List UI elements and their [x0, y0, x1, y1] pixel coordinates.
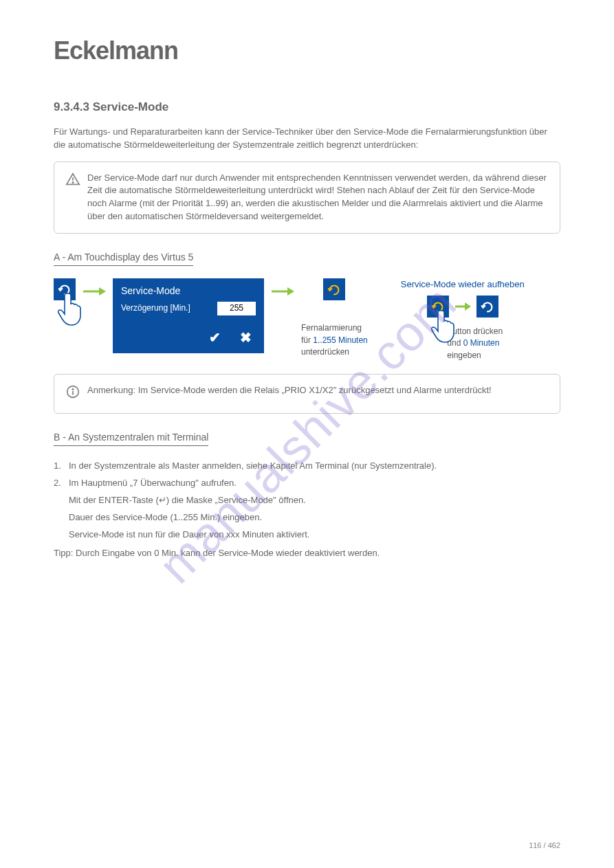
section-heading: 9.3.4.3 Service-Mode: [54, 99, 560, 116]
hand-pointer-icon: [56, 291, 87, 326]
service-mode-inactive-icon: [476, 296, 498, 318]
info-icon: [65, 384, 80, 403]
cancel-button[interactable]: ✖: [240, 328, 252, 348]
info-box: Anmerkung: Im Service-Mode werden die Re…: [54, 374, 560, 414]
delay-label: Verzögerung [Min.]: [121, 302, 212, 314]
service-mode-active-icon: [323, 278, 345, 300]
svg-marker-4: [99, 287, 106, 296]
service-mode-diagram: Service-Mode Verzögerung [Min.] 255 ✔ ✖ …: [54, 278, 560, 361]
caption-suppress: Fernalarmierung für 1..255 Minuten unter…: [301, 322, 368, 358]
warning-box: Der Service-Mode darf nur durch Anwender…: [54, 162, 560, 234]
svg-marker-8: [465, 302, 471, 311]
service-mode-panel: Service-Mode Verzögerung [Min.] 255 ✔ ✖: [113, 278, 264, 353]
delay-input[interactable]: 255: [217, 302, 256, 315]
step-2c: Dauer des Service-Mode (1..255 Min.) ein…: [54, 511, 560, 524]
warning-text: Der Service-Mode darf nur durch Anwender…: [87, 172, 549, 223]
subsection-b-heading: B - An Systemzentralen mit Terminal: [54, 430, 208, 446]
cancel-service-mode-heading: Service-Mode wieder aufheben: [401, 278, 525, 291]
warning-icon: [65, 172, 80, 223]
panel-title: Service-Mode: [121, 284, 256, 298]
tip-text: Tipp: Durch Eingabe von 0 Min. kann der …: [54, 547, 560, 560]
arrow-right-icon: [271, 280, 294, 302]
brand-logo: Eckelmann: [54, 33, 560, 69]
hand-pointer-icon: [430, 308, 460, 344]
step-2a: 2.Im Hauptmenü „7 Überwachung" aufrufen.: [54, 477, 560, 490]
intro-paragraph: Für Wartungs- und Reparaturarbeiten kann…: [54, 126, 560, 152]
step-2b: Mit der ENTER-Taste (↵) die Maske „Servi…: [54, 494, 560, 507]
svg-marker-6: [287, 287, 294, 296]
subsection-a-heading: A - Am Touchdisplay des Virtus 5: [54, 250, 193, 266]
info-text: Anmerkung: Im Service-Mode werden die Re…: [87, 384, 549, 403]
confirm-button[interactable]: ✔: [209, 328, 221, 348]
svg-point-11: [72, 389, 73, 390]
svg-point-2: [72, 181, 73, 182]
steps-list: 1.In der Systemzentrale als Master anmel…: [54, 460, 560, 541]
step-2d: Service-Mode ist nun für die Dauer von x…: [54, 528, 560, 542]
step-1: 1.In der Systemzentrale als Master anmel…: [54, 460, 560, 473]
page-number: 116 / 462: [529, 841, 560, 852]
